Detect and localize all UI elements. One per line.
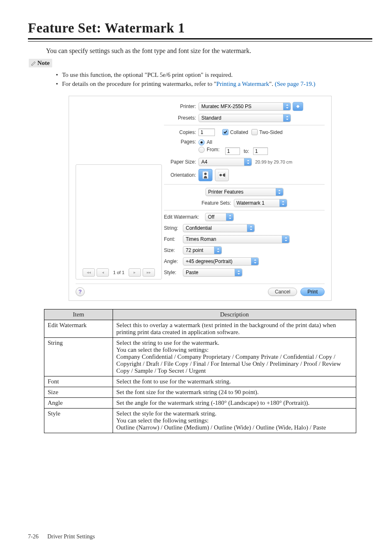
style-label: Style:	[164, 270, 183, 275]
collated-label: Collated	[230, 129, 248, 135]
link-see-page[interactable]: (See page 7-19.)	[275, 81, 316, 87]
table-cell-desc: Set the font size for the watermark stri…	[113, 387, 356, 397]
presets-label: Presets:	[164, 115, 198, 121]
panel-select[interactable]: Printer Features	[205, 188, 284, 196]
chevron-updown-icon	[251, 258, 258, 265]
table-cell-desc: Select this to overlay a watermark (text…	[113, 320, 356, 337]
table-row: StringSelect the string to use for the w…	[44, 337, 356, 376]
list-item: To use this function, the optional "PCL …	[56, 71, 372, 79]
table-cell-desc: Select the style for the watermark strin…	[113, 408, 356, 433]
print-button[interactable]: Print	[300, 288, 325, 296]
copies-label: Copies:	[164, 129, 198, 135]
size-select[interactable]: 72 point	[183, 246, 222, 254]
editwm-select[interactable]: Off	[205, 213, 234, 221]
preview-page-indicator: 1 of 1	[113, 270, 125, 275]
chevron-updown-icon	[283, 103, 291, 110]
table-row: Edit WatermarkSelect this to overlay a w…	[44, 320, 356, 337]
cancel-button[interactable]: Cancel	[268, 288, 297, 296]
print-dialog: ◂◂ ◂ 1 of 1 ▸ ▸▸ Printer: Muratec MFX-25…	[69, 96, 332, 301]
angle-label: Angle:	[164, 259, 183, 264]
angle-select[interactable]: +45 degrees(Portrait)	[183, 257, 259, 265]
help-icon: ?	[78, 289, 82, 295]
note-bullets: To use this function, the optional "PCL …	[56, 71, 372, 88]
table-row: StyleSelect the style for the watermark …	[44, 408, 356, 433]
note-label: Note	[37, 60, 50, 66]
pages-all-radio[interactable]: All	[198, 139, 212, 145]
collated-checkbox[interactable]: Collated	[222, 129, 248, 135]
pages-all-label: All	[207, 139, 212, 145]
orientation-landscape-button[interactable]	[215, 169, 229, 181]
nav-first-button[interactable]: ◂◂	[83, 268, 95, 277]
presets-select[interactable]: Standard	[198, 114, 291, 122]
orientation-portrait-button[interactable]	[198, 169, 212, 181]
style-value: Paste	[183, 270, 235, 275]
chevron-updown-icon	[247, 224, 254, 232]
nav-prev-button[interactable]: ◂	[97, 268, 109, 277]
nav-last-button[interactable]: ▸▸	[143, 268, 155, 277]
style-select[interactable]: Paste	[183, 268, 242, 277]
orientation-label: Orientation:	[164, 172, 198, 178]
pages-from-input[interactable]: 1	[225, 148, 240, 155]
table-header-row: Item Description	[44, 309, 356, 320]
svg-point-3	[219, 174, 222, 176]
copies-input[interactable]: 1	[198, 129, 215, 136]
chevron-updown-icon	[276, 188, 283, 196]
lead-text: You can specify settings such as the fon…	[46, 47, 372, 55]
panel-select-value: Printer Features	[206, 189, 276, 195]
size-label: Size:	[164, 247, 183, 253]
editwm-value: Off	[205, 214, 226, 220]
pages-to-label: to:	[244, 148, 249, 154]
print-dialog-screenshot: ◂◂ ◂ 1 of 1 ▸ ▸▸ Printer: Muratec MFX-25…	[69, 96, 332, 301]
bullet-text-pre: For details on the procedure for printin…	[62, 81, 217, 87]
chevron-updown-icon	[279, 199, 287, 207]
size-value: 72 point	[183, 247, 214, 253]
table-cell-item: Angle	[44, 397, 113, 408]
note-badge: Note	[29, 59, 52, 67]
person-portrait-icon	[203, 171, 208, 179]
pages-range-radio[interactable]: From:	[198, 147, 219, 153]
link-printing-watermark[interactable]: Printing a Watermark	[217, 81, 269, 87]
twosided-label: Two-Sided	[259, 129, 283, 135]
chevron-updown-icon	[235, 269, 242, 276]
footer-section-title: Driver Print Settings	[47, 533, 95, 540]
pages-to-input[interactable]: 1	[253, 148, 268, 155]
papersize-label: Paper Size:	[164, 159, 198, 165]
pencil-icon	[31, 61, 36, 66]
font-select[interactable]: Times Roman	[183, 235, 290, 243]
footer-page-number: 7-26	[28, 533, 39, 540]
chevron-updown-icon	[283, 114, 291, 122]
string-value: Confidential	[183, 225, 247, 231]
table-cell-item: Font	[44, 376, 113, 387]
svg-point-1	[204, 173, 207, 175]
nav-next-button[interactable]: ▸	[129, 268, 141, 277]
papersize-select[interactable]: A4	[198, 158, 252, 166]
pages-label: Pages:	[164, 139, 198, 145]
description-table: Item Description Edit WatermarkSelect th…	[44, 309, 356, 433]
table-cell-desc: Select the string to use for the waterma…	[113, 337, 356, 376]
list-item: For details on the procedure for printin…	[56, 80, 372, 88]
printer-label: Printer:	[164, 104, 198, 109]
person-landscape-icon	[218, 172, 226, 178]
pages-from-label: From:	[207, 147, 219, 152]
featuresets-value: Watermark 1	[234, 200, 279, 206]
table-header-item: Item	[44, 309, 113, 320]
featuresets-label: Feature Sets:	[201, 200, 231, 206]
printer-select[interactable]: Muratec MFX-2550 PS	[198, 102, 291, 111]
table-header-desc: Description	[113, 309, 356, 320]
string-select[interactable]: Confidential	[183, 224, 255, 232]
help-button[interactable]: ?	[76, 287, 85, 296]
editwm-label: Edit Watermark:	[164, 214, 205, 220]
table-row: SizeSet the font size for the watermark …	[44, 387, 356, 397]
preview-thumbnail	[78, 167, 159, 265]
preview-nav: ◂◂ ◂ 1 of 1 ▸ ▸▸	[78, 268, 159, 277]
twosided-checkbox[interactable]: Two-Sided	[251, 129, 283, 135]
bullet-text-mid: ".	[269, 81, 275, 87]
string-label: String:	[164, 225, 183, 231]
papersize-value: A4	[199, 159, 244, 165]
printer-info-button[interactable]	[293, 102, 303, 111]
chevron-updown-icon	[244, 158, 251, 166]
table-cell-desc: Set the angle for the watermark string (…	[113, 397, 356, 408]
note-block: Note	[29, 59, 372, 67]
angle-value: +45 degrees(Portrait)	[183, 259, 251, 264]
featuresets-select[interactable]: Watermark 1	[234, 199, 287, 207]
